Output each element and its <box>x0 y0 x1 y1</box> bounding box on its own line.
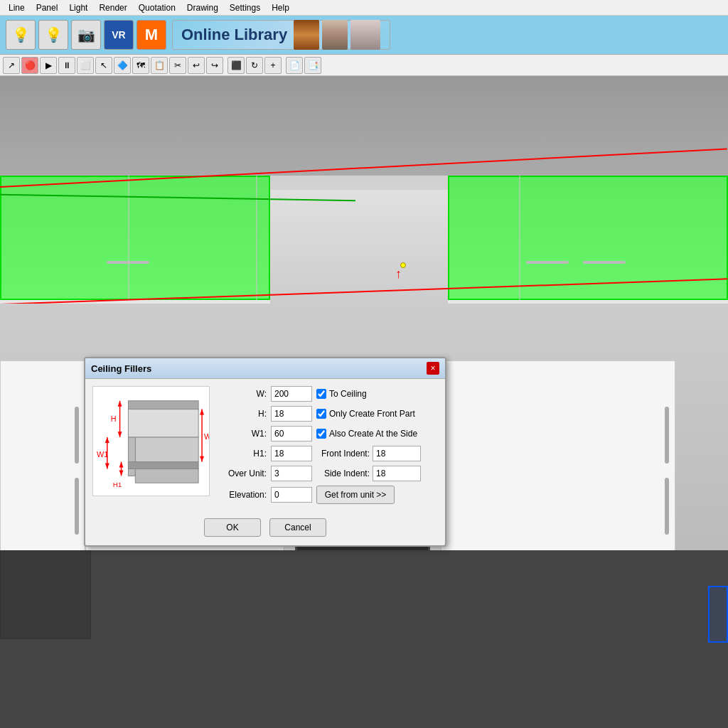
dialog-close-button[interactable]: × <box>427 362 439 375</box>
svg-rect-6 <box>135 469 198 483</box>
form-area: W: To Ceiling H: Only Create Fro <box>217 386 438 504</box>
get-from-unit-button[interactable]: Get from unit >> <box>316 486 395 504</box>
tb2-btn-8[interactable]: 📋 <box>151 57 168 74</box>
w1-input[interactable] <box>271 426 312 441</box>
over-unit-input[interactable] <box>271 466 312 481</box>
w-row: W: To Ceiling <box>217 386 438 402</box>
menu-light[interactable]: Light <box>63 1 93 14</box>
cab-handle-2 <box>526 261 569 264</box>
elevation-label: Elevation: <box>217 490 267 500</box>
elevation-input[interactable] <box>271 487 312 503</box>
arrow-up: ↑ <box>395 267 402 282</box>
cab-handle-left <box>75 407 79 464</box>
only-create-front-checkbox[interactable] <box>316 409 326 419</box>
tb2-btn-7[interactable]: 🗺 <box>132 57 149 74</box>
tb2-btn-9[interactable]: ✂ <box>169 57 186 74</box>
main-toolbar: 💡 💡 📷 VR M Online Library <box>0 16 728 55</box>
tb2-btn-6[interactable]: 🔷 <box>114 57 131 74</box>
cab-handle-1 <box>107 261 149 264</box>
h1-input[interactable] <box>271 446 312 461</box>
filler-diagram: H W1 H1 <box>92 386 210 496</box>
h-input[interactable] <box>271 406 312 422</box>
menu-help[interactable]: Help <box>266 1 295 14</box>
library-icon-2 <box>322 20 348 50</box>
range-hood <box>270 190 448 304</box>
ceiling-surface <box>0 76 728 176</box>
svg-rect-5 <box>128 462 198 469</box>
side-indent-label: Side Indent: <box>316 469 370 478</box>
cab-handle-r2 <box>665 478 669 535</box>
svg-rect-4 <box>128 437 135 476</box>
toolbar-btn-2[interactable]: 💡 <box>38 20 68 50</box>
tb2-btn-4[interactable]: ⏸ <box>58 57 75 74</box>
ceiling-fillers-dialog: Ceiling Fillers × <box>84 357 446 547</box>
to-ceiling-label: To Ceiling <box>329 389 367 399</box>
tb2-btn-10[interactable]: ↩ <box>188 57 205 74</box>
toolbar-btn-1[interactable]: 💡 <box>6 20 36 50</box>
green-highlight-right <box>448 176 728 300</box>
dialog-titlebar: Ceiling Fillers × <box>85 358 445 379</box>
tb2-btn-16[interactable]: 📑 <box>304 57 321 74</box>
h-row: H: Only Create Front Part <box>217 406 438 422</box>
w1-label: W1: <box>217 429 267 439</box>
side-indent-input[interactable] <box>373 466 421 481</box>
dialog-buttons-row: OK Cancel <box>85 511 445 545</box>
tb2-btn-2[interactable]: 🔴 <box>21 57 38 74</box>
diagram-svg: H W1 H1 <box>93 387 209 496</box>
front-indent-input[interactable] <box>373 446 421 461</box>
online-library-banner[interactable]: Online Library <box>172 20 390 50</box>
side-indent-row: Side Indent: <box>316 466 421 481</box>
lower-cabinet-right <box>441 360 675 581</box>
tb2-btn-3[interactable]: ▶ <box>40 57 57 74</box>
tb2-btn-11[interactable]: ↪ <box>206 57 223 74</box>
toolbar-btn-camera[interactable]: 📷 <box>71 20 101 50</box>
also-create-side-text: Also Create At the Side <box>329 429 417 439</box>
only-create-front-label[interactable]: Only Create Front Part <box>316 409 415 419</box>
menu-panel[interactable]: Panel <box>31 1 64 14</box>
viewport-3d[interactable]: ↑ → Miele <box>0 76 728 728</box>
also-create-side-label[interactable]: Also Create At the Side <box>316 429 417 439</box>
svg-rect-2 <box>128 410 198 437</box>
tb2-btn-12[interactable]: ⬛ <box>228 57 245 74</box>
h1-row: H1: Front Indent: <box>217 446 438 461</box>
library-icon-3 <box>350 20 380 50</box>
tb2-btn-5[interactable]: ⬜ <box>77 57 94 74</box>
tb2-btn-14[interactable]: + <box>264 57 282 74</box>
w1-row: W1: Also Create At the Side <box>217 426 438 441</box>
over-unit-label: Over Unit: <box>217 469 267 478</box>
tb2-btn-arrow[interactable]: ↖ <box>95 57 112 74</box>
only-create-front-text: Only Create Front Part <box>329 409 415 419</box>
tb2-btn-1[interactable]: ↗ <box>3 57 20 74</box>
tb2-btn-15[interactable]: 📄 <box>286 57 303 74</box>
cancel-button[interactable]: Cancel <box>269 518 326 537</box>
h1-label: H1: <box>217 449 267 459</box>
svg-rect-1 <box>128 401 198 410</box>
menu-quotation[interactable]: Quotation <box>133 1 181 14</box>
svg-rect-3 <box>135 437 198 462</box>
menu-render[interactable]: Render <box>93 1 132 14</box>
to-ceiling-checkbox-label[interactable]: To Ceiling <box>316 389 367 399</box>
w-label: W: <box>217 389 267 399</box>
cab-divider-2 <box>256 176 257 300</box>
floor-tile <box>0 550 91 639</box>
secondary-toolbar: ↗ 🔴 ▶ ⏸ ⬜ ↖ 🔷 🗺 📋 ✂ ↩ ↪ ⬛ ↻ + 📄 📑 <box>0 55 728 76</box>
toolbar-btn-vr[interactable]: VR <box>104 20 134 50</box>
also-create-side-checkbox[interactable] <box>316 429 326 439</box>
tb2-btn-13[interactable]: ↻ <box>246 57 263 74</box>
ok-button[interactable]: OK <box>204 518 261 537</box>
toolbar-btn-m[interactable]: M <box>136 20 166 50</box>
cab-divider-3 <box>519 176 520 300</box>
upper-cabinets-area <box>0 176 728 304</box>
to-ceiling-checkbox[interactable] <box>316 389 326 399</box>
elevation-row: Elevation: Get from unit >> <box>217 486 438 504</box>
menu-settings[interactable]: Settings <box>224 1 266 14</box>
cab-divider-1 <box>128 176 129 300</box>
menu-drawing[interactable]: Drawing <box>181 1 224 14</box>
menu-line[interactable]: Line <box>3 1 31 14</box>
floor-surface <box>0 550 728 728</box>
w-input[interactable] <box>271 386 312 402</box>
cab-handle-r1 <box>665 407 669 464</box>
front-indent-label: Front Indent: <box>316 449 370 459</box>
dialog-title: Ceiling Fillers <box>91 363 151 374</box>
online-library-label: Online Library <box>181 26 287 44</box>
